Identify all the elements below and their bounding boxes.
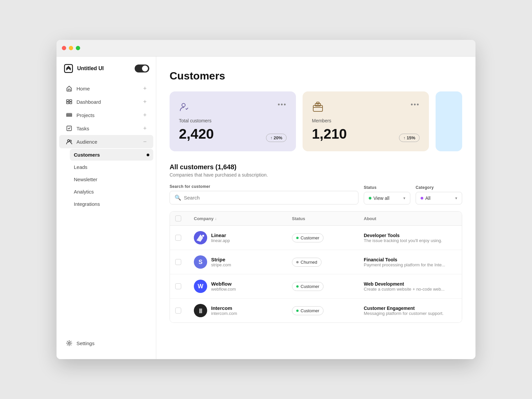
webflow-status-dot (296, 285, 299, 288)
linear-status-dot (296, 237, 299, 239)
sidebar-logo: Untitled UI (57, 63, 156, 82)
subnav-item-analytics[interactable]: Analytics (70, 186, 153, 198)
maximize-button[interactable] (76, 46, 80, 50)
members-stat-icon (312, 101, 324, 113)
row-checkbox-webflow[interactable] (175, 283, 181, 289)
row-checkbox-intercom[interactable] (175, 308, 181, 314)
dashboard-plus-icon[interactable]: + (143, 99, 147, 105)
linear-about-category: Developer Tools (364, 233, 457, 238)
sidebar-item-settings[interactable]: Settings (59, 336, 153, 350)
tasks-icon (66, 125, 72, 132)
sidebar-item-audience[interactable]: Audience − (59, 135, 153, 148)
sidebar-item-tasks-label: Tasks (76, 126, 89, 131)
intercom-url: intercom.com (211, 311, 237, 316)
svg-point-9 (67, 140, 69, 142)
row-checkbox-stripe[interactable] (175, 259, 181, 265)
linear-url: linear.app (211, 238, 230, 243)
svg-rect-0 (65, 65, 72, 72)
stat-card-partial (436, 91, 462, 151)
webflow-status-badge: Customer (292, 282, 324, 291)
sidebar-item-projects-label: Projects (76, 112, 94, 118)
status-value: View all (373, 196, 389, 201)
status-column-header: Status (292, 215, 358, 221)
intercom-about-desc: Messaging platform for customer support. (364, 311, 457, 316)
tasks-plus-icon[interactable]: + (143, 125, 147, 131)
linear-name: Linear (211, 232, 230, 238)
search-icon: 🔍 (175, 195, 181, 201)
select-all-checkbox[interactable] (175, 215, 181, 221)
stripe-status-badge: Churned (292, 258, 322, 267)
linear-about-desc: The issue tracking tool you'll enjoy usi… (364, 238, 457, 243)
subnav-integrations-label: Integrations (74, 201, 100, 207)
webflow-avatar-text: W (198, 283, 203, 290)
linear-company-cell: Linear linear.app (194, 231, 287, 244)
stripe-company-cell: S Stripe stripe.com (194, 255, 287, 269)
category-chevron-icon: ▾ (455, 196, 457, 200)
row-checkbox-linear[interactable] (175, 235, 181, 241)
stats-row: ••• Total customers 2,420 ↑ 20% (170, 91, 462, 151)
home-plus-icon[interactable]: + (143, 85, 147, 91)
sidebar-item-tasks[interactable]: Tasks + (59, 122, 153, 135)
subnav-leads-label: Leads (74, 164, 87, 170)
members-arrow-icon: ↑ (403, 136, 405, 140)
minimize-button[interactable] (69, 46, 73, 50)
theme-toggle[interactable] (135, 65, 149, 72)
status-dot-icon (369, 197, 371, 200)
audience-subnav: Customers Leads Newsletter Analytics Int… (70, 148, 153, 210)
sidebar-item-home[interactable]: Home + (59, 82, 153, 95)
projects-icon (66, 112, 72, 118)
intercom-company-cell: ||| Intercom intercom.com (194, 304, 287, 317)
linear-avatar (194, 231, 207, 244)
subnav-item-leads[interactable]: Leads (70, 161, 153, 173)
logo-left: Untitled UI (63, 63, 104, 74)
company-sort-icon[interactable]: ↓ (215, 216, 217, 220)
table-row[interactable]: S Stripe stripe.com Churned (170, 250, 462, 274)
stat-card-total-customers: ••• Total customers 2,420 ↑ 20% (170, 91, 296, 151)
intercom-status-dot (296, 310, 299, 312)
settings-icon (66, 340, 72, 346)
linear-status-badge: Customer (292, 233, 324, 242)
svg-rect-5 (66, 114, 72, 115)
linear-status-cell: Customer (292, 233, 358, 242)
sidebar-item-dashboard[interactable]: Dashboard + (59, 95, 153, 108)
about-column-header: About (364, 215, 457, 221)
app-body: Untitled UI Home + (57, 57, 475, 359)
subnav-item-customers[interactable]: Customers (70, 149, 153, 161)
webflow-about-category: Web Development (364, 281, 457, 287)
sidebar-item-projects[interactable]: Projects + (59, 108, 153, 122)
subnav-item-newsletter[interactable]: Newsletter (70, 174, 153, 185)
page-title: Customers (170, 70, 462, 82)
category-filter-label: Category (416, 185, 462, 190)
stat-menu-icon[interactable]: ••• (278, 101, 287, 108)
svg-rect-1 (66, 100, 69, 101)
sidebar-item-home-label: Home (76, 86, 90, 91)
close-button[interactable] (62, 46, 66, 50)
sidebar-item-dashboard-label: Dashboard (76, 99, 101, 105)
audience-minus-icon[interactable]: − (143, 139, 147, 145)
category-dot-icon (421, 197, 423, 200)
total-customers-badge-text: 20% (274, 135, 282, 140)
stripe-url: stripe.com (211, 262, 231, 267)
svg-rect-7 (66, 113, 72, 113)
svg-point-11 (68, 342, 70, 344)
stripe-name: Stripe (211, 257, 231, 262)
subnav-analytics-label: Analytics (74, 189, 94, 195)
category-dropdown[interactable]: All ▾ (416, 192, 462, 204)
toggle-knob (142, 66, 148, 71)
stripe-avatar: S (194, 255, 207, 269)
table-row[interactable]: ||| Intercom intercom.com Customer (170, 299, 462, 323)
table-row[interactable]: W Webflow webflow.com Customer (170, 274, 462, 299)
status-dropdown[interactable]: View all ▾ (364, 192, 410, 204)
section-subtitle: Companies that have purchased a subscrip… (170, 172, 462, 178)
svg-rect-6 (66, 115, 72, 116)
table-row[interactable]: Linear linear.app Customer Developer Too… (170, 226, 462, 250)
members-stat-menu-icon[interactable]: ••• (411, 101, 420, 108)
search-input[interactable] (184, 195, 353, 200)
projects-plus-icon[interactable]: + (143, 112, 147, 118)
status-header-label: Status (292, 216, 305, 221)
search-container[interactable]: 🔍 (170, 191, 358, 204)
subnav-customers-label: Customers (74, 152, 100, 158)
search-filter-group: Search for customer 🔍 (170, 184, 358, 204)
settings-label: Settings (76, 340, 94, 346)
subnav-item-integrations[interactable]: Integrations (70, 198, 153, 210)
